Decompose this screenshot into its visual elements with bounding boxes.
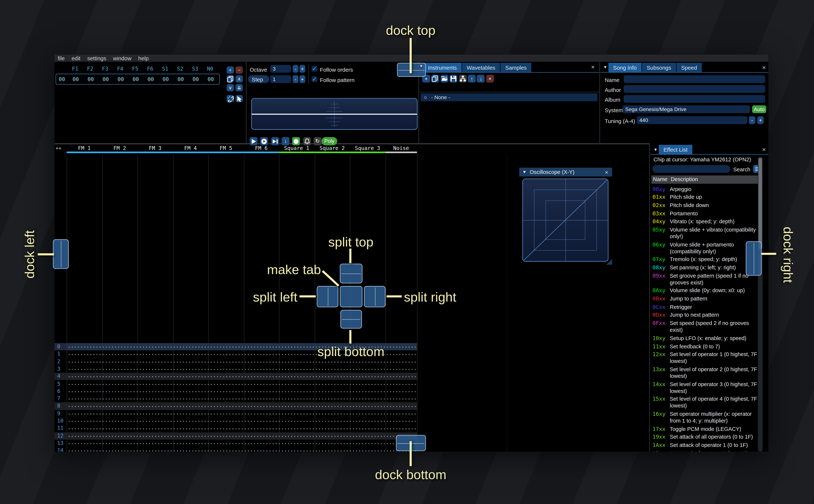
menu-item-window[interactable]: window: [113, 55, 131, 61]
remove-order-icon[interactable]: −: [235, 67, 243, 74]
channel-header-square-3[interactable]: Square 3: [350, 144, 385, 151]
order-row-0[interactable]: 00 00000000000000000000: [56, 74, 220, 85]
poly-toggle-button[interactable]: Poly: [321, 137, 337, 145]
menu-item-edit[interactable]: edit: [71, 55, 80, 61]
empty-note-cells[interactable]: [67, 432, 417, 440]
pattern-row-12[interactable]: 12: [55, 432, 417, 440]
empty-note-cells[interactable]: [67, 365, 417, 373]
empty-note-cells[interactable]: [67, 410, 417, 417]
collapse-icon[interactable]: ▼: [654, 148, 658, 152]
order-cell[interactable]: 00: [173, 76, 188, 82]
duplicate-order-to-end-icon[interactable]: ⇊: [235, 84, 243, 91]
effect-row-0Fxx[interactable]: 0FxxSet speed (speed 2 if no grooves exi…: [653, 319, 764, 334]
order-edit-mode-icon[interactable]: [235, 95, 243, 102]
tuning-input[interactable]: [637, 116, 747, 124]
tab-speed[interactable]: Speed: [677, 63, 702, 72]
effect-row-0Bxx[interactable]: 0BxxJump to pattern: [653, 295, 764, 303]
menu-item-help[interactable]: help: [138, 55, 149, 61]
change-all-orders-icon[interactable]: [226, 95, 234, 102]
scrollbar-thumb[interactable]: [758, 158, 762, 249]
dock-right-target[interactable]: [746, 241, 761, 276]
repeat-pattern-icon[interactable]: ↻: [313, 137, 321, 145]
effect-row-15xx[interactable]: 15xxSet level of operator 4 (0 highest, …: [653, 395, 764, 410]
split-top-target[interactable]: [340, 264, 362, 283]
delete-instrument-icon[interactable]: ×: [486, 75, 494, 83]
add-channel-button[interactable]: ++: [56, 145, 62, 151]
effect-row-03xx[interactable]: 03xxPortamento: [653, 209, 764, 217]
name-input[interactable]: [624, 75, 765, 83]
step-plus-button[interactable]: +: [299, 75, 305, 83]
menu-item-file[interactable]: file: [58, 55, 65, 61]
effect-row-10xy[interactable]: 10xySetup LFO (x: enable; y: speed): [653, 334, 764, 342]
effect-row-0Axy[interactable]: 0AxyVolume slide (0y: down; x0: up): [653, 286, 764, 295]
close-instruments-icon[interactable]: ×: [591, 64, 595, 70]
effect-row-0Cxx[interactable]: 0CxxRetrigger: [653, 303, 764, 311]
system-auto-button[interactable]: Auto: [752, 105, 766, 113]
close-oscilloscope-xy-icon[interactable]: ×: [605, 169, 609, 176]
tab-subsongs[interactable]: Subsongs: [642, 63, 676, 72]
pattern-row-13[interactable]: 13: [55, 440, 417, 447]
tuning-plus-button[interactable]: +: [757, 116, 764, 124]
effect-row-17xx[interactable]: 17xxToggle PCM mode (LEGACY): [653, 425, 764, 433]
pattern-row-4[interactable]: 4: [55, 373, 417, 380]
effect-row-02xx[interactable]: 02xxPitch slide down: [653, 201, 764, 209]
panel-separator[interactable]: [649, 143, 650, 452]
effect-row-16xy[interactable]: 16xySet operator multiplier (x: operator…: [653, 410, 764, 425]
order-cell[interactable]: 00: [68, 76, 83, 82]
panel-separator[interactable]: [246, 62, 246, 143]
pattern-row-9[interactable]: 9: [55, 410, 417, 417]
channel-header-noise[interactable]: Noise: [385, 144, 417, 151]
move-instrument-up-icon[interactable]: ↑: [468, 75, 476, 83]
effect-row-12xx[interactable]: 12xxSet level of operator 1 (0 highest, …: [653, 350, 764, 365]
order-cell[interactable]: 00: [143, 76, 158, 82]
effect-row-14xx[interactable]: 14xxSet level of operator 3 (0 highest, …: [653, 380, 764, 395]
effect-row-05xy[interactable]: 05xyVolume slide + vibrato (compatibilit…: [653, 225, 764, 240]
step-minus-button[interactable]: -: [293, 75, 298, 83]
effect-row-13xx[interactable]: 13xxSet level of operator 2 (0 highest, …: [653, 365, 764, 380]
tab-instruments[interactable]: Instruments: [423, 63, 462, 72]
collapse-icon[interactable]: ▼: [603, 65, 607, 70]
split-left-target[interactable]: [317, 286, 338, 307]
pattern-row-11[interactable]: 11: [55, 425, 417, 432]
effect-row-11xx[interactable]: 11xxSet feedback (0 to 7): [653, 342, 764, 350]
order-cell[interactable]: 00: [98, 76, 113, 82]
octave-input[interactable]: [270, 65, 291, 73]
duplicate-order-icon[interactable]: [226, 75, 234, 83]
channel-header-fm-5[interactable]: FM 5: [208, 144, 244, 151]
duplicate-instrument-icon[interactable]: [431, 75, 439, 83]
split-right-target[interactable]: [364, 286, 385, 307]
order-cell[interactable]: 00: [113, 76, 128, 82]
author-input[interactable]: [624, 85, 765, 93]
close-effect-list-icon[interactable]: ×: [762, 146, 766, 153]
move-order-down-icon[interactable]: ∨: [226, 84, 234, 91]
channel-header-fm-3[interactable]: FM 3: [137, 144, 173, 151]
order-cell[interactable]: 00: [158, 76, 173, 82]
pattern-row-10[interactable]: 10: [55, 417, 417, 425]
follow-orders-checkbox[interactable]: ✓: [311, 66, 317, 72]
order-cell[interactable]: 00: [83, 76, 98, 82]
effect-list-scrollbar[interactable]: [758, 157, 763, 452]
octave-plus-button[interactable]: +: [299, 65, 305, 73]
octave-minus-button[interactable]: -: [293, 65, 298, 73]
effect-row-00xy[interactable]: 00xyArpeggio: [653, 185, 764, 193]
play-icon[interactable]: [249, 137, 257, 145]
effect-row-04xy[interactable]: 04xyVibrato (x: speed; y: depth): [653, 217, 764, 225]
tab-effect-list[interactable]: Effect List: [659, 145, 692, 154]
pattern-row-7[interactable]: 7: [55, 395, 417, 403]
resize-grip[interactable]: [606, 259, 612, 265]
organize-instruments-icon[interactable]: [459, 75, 467, 83]
pattern-row-3[interactable]: 3: [55, 365, 417, 373]
empty-note-cells[interactable]: [67, 395, 417, 403]
effect-search-input[interactable]: [653, 165, 730, 173]
move-instrument-down-icon[interactable]: ↓: [477, 75, 485, 83]
album-input[interactable]: [624, 95, 765, 103]
record-icon[interactable]: [292, 137, 300, 145]
order-cell[interactable]: 00: [128, 76, 143, 82]
instrument-list-selected-row[interactable]: ○ - None -: [421, 93, 598, 101]
follow-pattern-checkbox[interactable]: ✓: [311, 76, 317, 82]
open-instrument-icon[interactable]: [441, 75, 449, 83]
channel-header-fm-6[interactable]: FM 6: [244, 144, 279, 151]
tuning-minus-button[interactable]: -: [749, 116, 755, 124]
metronome-icon[interactable]: [303, 137, 311, 145]
save-instrument-icon[interactable]: [450, 75, 458, 83]
